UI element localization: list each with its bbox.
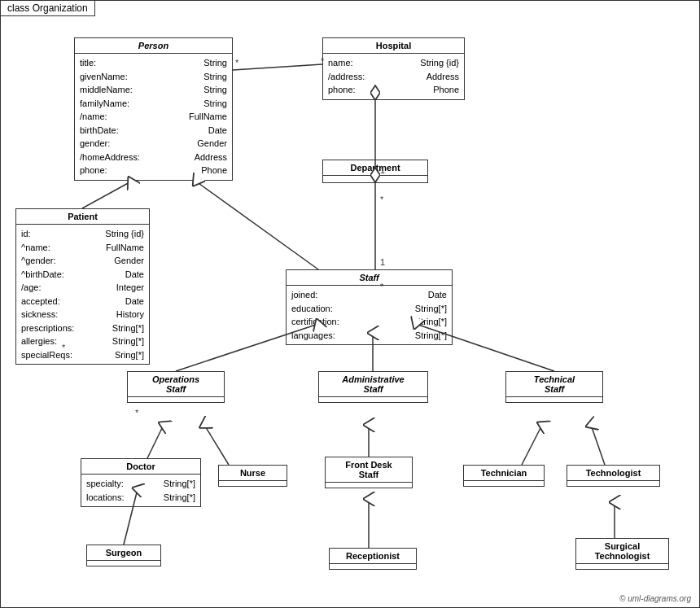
diagram-title: class Organization <box>1 1 95 16</box>
diagram-container: class Organization Person title:String g… <box>0 0 700 608</box>
svg-line-0 <box>82 182 131 208</box>
multiplicity-person-hospital: * <box>235 58 239 68</box>
class-hospital-body: name:String {id} /address:Address phone:… <box>323 54 464 99</box>
class-department: Department <box>322 160 428 183</box>
class-staff-title: Staff <box>287 270 452 286</box>
class-patient-title: Patient <box>16 209 149 225</box>
class-person-title: Person <box>75 38 232 54</box>
svg-line-11 <box>522 425 542 465</box>
multiplicity-dept-star: * <box>380 195 384 204</box>
class-surgeon-title: Surgeon <box>87 545 160 561</box>
class-surgical-technologist-title: Surgical Technologist <box>576 539 668 564</box>
class-technologist: Technologist <box>567 465 660 487</box>
class-technical-staff-body <box>506 397 602 402</box>
class-receptionist-title: Receptionist <box>330 549 416 564</box>
class-staff: Staff joined:Date education:String[*] ce… <box>286 269 453 345</box>
class-technologist-body <box>567 481 659 486</box>
class-administrative-staff-title: Administrative Staff <box>319 372 427 397</box>
class-administrative-staff: Administrative Staff <box>318 371 428 403</box>
class-hospital-title: Hospital <box>323 38 464 54</box>
class-receptionist-body <box>330 564 416 569</box>
class-administrative-staff-body <box>319 397 427 402</box>
svg-line-4 <box>233 64 322 70</box>
class-person: Person title:String givenName:String mid… <box>74 37 233 181</box>
class-nurse-body <box>219 481 287 486</box>
class-doctor: Doctor specialty:String[*] locations:Str… <box>81 458 201 507</box>
class-surgeon: Surgeon <box>86 545 161 566</box>
copyright: © uml-diagrams.org <box>619 594 691 603</box>
class-person-body: title:String givenName:String middleName… <box>75 54 232 180</box>
class-surgeon-body <box>87 561 160 566</box>
multiplicity-ops-star: * <box>135 408 139 418</box>
svg-line-12 <box>591 425 605 465</box>
class-patient: Patient id:String {id} ^name:FullName ^g… <box>15 208 150 365</box>
class-doctor-body: specialty:String[*] locations:String[*] <box>81 475 200 506</box>
class-technical-staff-title: Technical Staff <box>506 372 602 397</box>
class-receptionist: Receptionist <box>329 548 417 570</box>
class-patient-body: id:String {id} ^name:FullName ^gender:Ge… <box>16 225 149 364</box>
class-surgical-technologist-body <box>576 564 668 569</box>
class-technician-body <box>464 481 544 486</box>
class-technologist-title: Technologist <box>567 466 659 481</box>
class-nurse-title: Nurse <box>219 466 287 481</box>
class-front-desk-staff: Front Desk Staff <box>325 457 413 488</box>
class-staff-body: joined:Date education:String[*] certific… <box>287 286 452 344</box>
class-front-desk-staff-title: Front Desk Staff <box>326 457 412 483</box>
svg-line-8 <box>147 425 164 458</box>
multiplicity-dept-staff: 1 <box>380 257 385 267</box>
class-technician-title: Technician <box>464 466 544 481</box>
class-department-body <box>323 176 427 182</box>
class-nurse: Nurse <box>218 465 287 487</box>
svg-line-1 <box>196 182 318 269</box>
class-technician: Technician <box>463 465 545 487</box>
class-operations-staff-body <box>128 397 224 402</box>
class-technical-staff: Technical Staff <box>505 371 603 403</box>
class-department-title: Department <box>323 160 427 176</box>
class-surgical-technologist: Surgical Technologist <box>575 538 669 570</box>
class-operations-staff: Operations Staff <box>127 371 225 403</box>
class-operations-staff-title: Operations Staff <box>128 372 224 397</box>
class-hospital: Hospital name:String {id} /address:Addre… <box>322 37 465 100</box>
class-doctor-title: Doctor <box>81 459 200 475</box>
svg-line-9 <box>204 425 229 465</box>
class-front-desk-staff-body <box>326 483 412 488</box>
